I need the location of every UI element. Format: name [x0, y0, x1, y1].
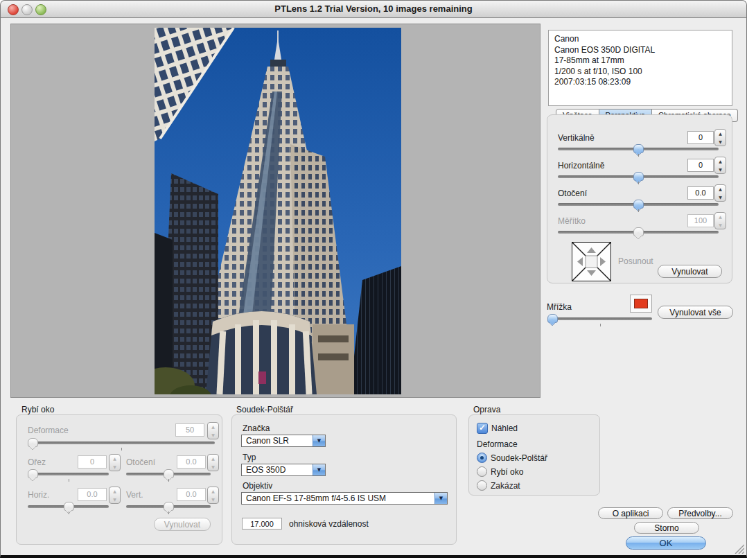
vert-slider — [126, 502, 211, 514]
slider-thumb[interactable] — [633, 144, 644, 153]
dropdown-arrow-icon[interactable]: ▼ — [313, 435, 325, 446]
exif-line: Canon EOS 350D DIGITAL — [554, 45, 726, 56]
correction-group: Náhled Deformace Soudek-Polštář Rybí oko… — [468, 414, 600, 496]
fisheye-rotation-label: Otočení — [126, 457, 155, 467]
deformation-label: Deformace — [28, 426, 69, 435]
ok-button[interactable]: OK — [626, 536, 706, 550]
shift-label: Posunout — [618, 256, 653, 266]
preview-canvas[interactable] — [10, 24, 541, 398]
fisheye-group: Deformace 50 ▲▼ Ořez 0 ▲▼ Otočení 0.0 ▲▼… — [16, 414, 222, 545]
stepper-down-icon: ▼ — [109, 496, 120, 504]
preview-photo[interactable] — [155, 28, 401, 394]
shift-pad — [572, 242, 611, 281]
horizontal-value-field[interactable]: 0 — [687, 159, 714, 172]
barrel-group-title: Soudek-Polštář — [236, 405, 293, 414]
vertical-slider[interactable] — [558, 144, 719, 157]
focal-length-field[interactable]: 17.000 — [242, 518, 282, 530]
crop-stepper: ▲▼ — [109, 454, 121, 471]
slider-thumb[interactable] — [547, 314, 558, 323]
radio-barrel[interactable] — [477, 453, 487, 463]
perspective-panel: Vertikálně 0 ▲▼ Horizontálně 0 ▲▼ Otočen… — [547, 114, 732, 283]
preview-checkbox-label: Náhled — [491, 423, 518, 433]
about-button[interactable]: O aplikaci — [598, 507, 663, 519]
lens-dropdown[interactable]: Canon EF-S 17-85mm f/4-5.6 IS USM ▼ — [241, 492, 448, 505]
type-dropdown-value: EOS 350D — [246, 464, 285, 475]
brand-dropdown[interactable]: Canon SLR ▼ — [241, 435, 326, 447]
slider-track — [28, 473, 109, 475]
slider-thumb — [164, 469, 174, 478]
horiz-label: Horiz. — [28, 490, 49, 500]
barrel-group: Značka Canon SLR ▼ Typ EOS 350D ▼ Objekt… — [231, 414, 457, 545]
slider-thumb — [28, 438, 38, 447]
exif-line: Canon — [554, 34, 726, 45]
stepper-up-icon[interactable]: ▲ — [715, 157, 726, 166]
crop-label: Ořez — [28, 457, 46, 467]
horiz-stepper: ▲▼ — [109, 487, 121, 504]
slider-thumb — [633, 227, 644, 236]
stepper-down-icon: ▼ — [109, 463, 120, 471]
slider-center-tick — [168, 511, 169, 514]
dropdown-arrow-icon[interactable]: ▼ — [434, 493, 447, 504]
vertical-label: Vertikálně — [558, 133, 595, 143]
lens-dropdown-value: Canon EF-S 17-85mm f/4-5.6 IS USM — [246, 493, 386, 504]
deformation-value-field: 50 — [175, 423, 204, 437]
deformation-stepper: ▲▼ — [207, 422, 219, 439]
stepper-up-icon[interactable]: ▲ — [715, 185, 726, 193]
slider-center-tick — [638, 154, 639, 157]
radio-disable[interactable] — [477, 480, 487, 491]
rotation-slider[interactable] — [558, 200, 719, 212]
slider-center-tick — [69, 511, 69, 514]
title-bar[interactable]: PTLens 1.2 Trial Version, 10 images rema… — [1, 1, 746, 18]
reset-all-button[interactable]: Vynulovat vše — [658, 306, 733, 319]
slider-track — [547, 317, 652, 320]
slider-center-tick — [638, 182, 639, 184]
grid-color-button[interactable] — [630, 295, 652, 313]
dropdown-arrow-icon[interactable]: ▼ — [313, 464, 325, 475]
ptlens-window: PTLens 1.2 Trial Version, 10 images rema… — [0, 0, 747, 558]
slider-center-tick — [168, 479, 169, 482]
slider-thumb[interactable] — [633, 172, 644, 181]
vert-label: Vert. — [126, 490, 143, 500]
deformation-slider — [28, 438, 215, 450]
slider-center-tick — [121, 448, 122, 450]
slider-thumb — [64, 502, 74, 511]
slider-center-tick — [638, 209, 639, 212]
slider-center-tick — [69, 479, 69, 482]
horiz-slider — [28, 502, 109, 514]
crop-slider — [28, 469, 109, 482]
reset-perspective-button[interactable]: Vynulovat — [658, 265, 722, 278]
brand-dropdown-value: Canon SLR — [246, 435, 289, 446]
exif-line: 17-85mm at 17mm — [554, 55, 726, 67]
exif-line: 1/200 s at f/10, ISO 100 — [554, 67, 726, 78]
slider-thumb[interactable] — [633, 200, 644, 209]
rotation-value-field[interactable]: 0.0 — [687, 186, 714, 200]
scale-label: Měřítko — [558, 216, 586, 226]
fisheye-rotation-value-field: 0.0 — [177, 455, 206, 469]
preview-checkbox[interactable] — [477, 423, 488, 434]
lens-label: Objektiv — [243, 481, 272, 491]
preferences-button[interactable]: Předvolby... — [667, 507, 733, 519]
stepper-up-icon: ▲ — [208, 455, 218, 463]
cancel-button[interactable]: Storno — [634, 522, 699, 534]
vertical-value-field[interactable]: 0 — [687, 131, 714, 144]
fisheye-group-title: Rybí oko — [21, 405, 54, 414]
type-dropdown[interactable]: EOS 350D ▼ — [241, 464, 326, 476]
scale-slider — [558, 227, 719, 240]
horiz-value-field: 0.0 — [78, 488, 107, 501]
radio-fisheye[interactable] — [477, 466, 487, 477]
slider-center-tick — [600, 324, 601, 326]
stepper-up-icon[interactable]: ▲ — [715, 130, 726, 138]
horizontal-slider[interactable] — [558, 172, 719, 184]
horizontal-label: Horizontálně — [558, 161, 604, 170]
stepper-up-icon: ▲ — [208, 423, 218, 431]
stepper-up-icon: ▲ — [208, 487, 218, 496]
reset-fisheye-button: Vynulovat — [154, 518, 211, 531]
focal-length-label: ohnisková vzdálenost — [289, 519, 369, 529]
radio-fisheye-label: Rybí oko — [491, 467, 523, 477]
rotation-label: Otočení — [558, 189, 587, 198]
fisheye-rotation-slider — [126, 469, 211, 482]
grid-slider[interactable] — [547, 314, 652, 326]
resize-grip-icon[interactable] — [732, 542, 744, 554]
stepper-up-icon: ▲ — [109, 455, 120, 463]
deformation-section-label: Deformace — [477, 439, 518, 449]
